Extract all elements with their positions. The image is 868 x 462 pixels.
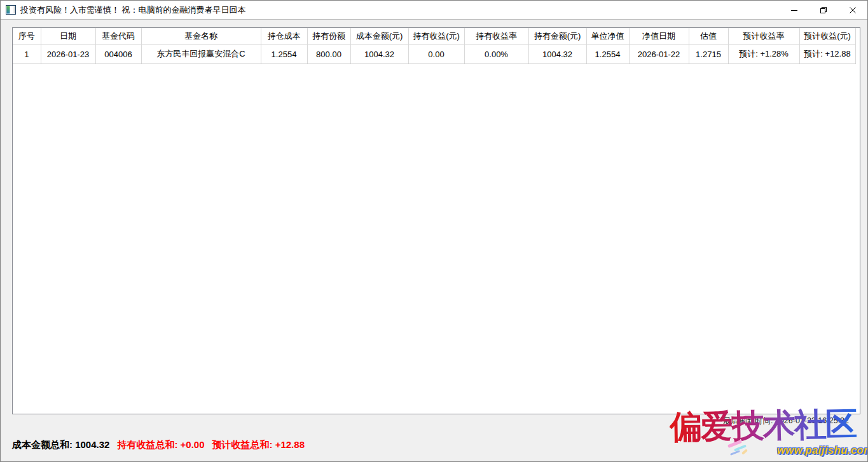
fund-grid-panel: 序号 日期 基金代码 基金名称 持仓成本 持有份额 成本金额(元) 持有收益(元… xyxy=(12,27,860,414)
header-cost-price[interactable]: 持仓成本 xyxy=(261,28,307,44)
header-shares-held[interactable]: 持有份额 xyxy=(307,28,350,44)
cell-estimated-profit-rate[interactable]: 预计: +1.28% xyxy=(728,44,799,64)
cell-date[interactable]: 2026-01-23 xyxy=(41,44,95,64)
cost-total: 成本金额总和: 1004.32 xyxy=(12,439,109,451)
header-nav-date[interactable]: 净值日期 xyxy=(629,28,689,44)
cell-cost-amount[interactable]: 1004.32 xyxy=(350,44,408,64)
cell-fund-code[interactable]: 004006 xyxy=(95,44,141,64)
totals-summary: 成本金额总和: 1004.32 持有收益总和: +0.00 预计收益总和: +1… xyxy=(12,439,305,451)
window-title: 投资有风险！入市需谨慎！ 祝：电脑前的金融消费者早日回本 xyxy=(20,4,246,16)
header-estimated-profit[interactable]: 预计收益(元) xyxy=(799,28,855,44)
title-bar[interactable]: 投资有风险！入市需谨慎！ 祝：电脑前的金融消费者早日回本 xyxy=(1,1,867,20)
app-icon[interactable] xyxy=(6,5,16,15)
close-icon xyxy=(849,6,857,14)
cell-unit-nav[interactable]: 1.2554 xyxy=(586,44,629,64)
header-holding-profit[interactable]: 持有收益(元) xyxy=(408,28,464,44)
cell-fund-name[interactable]: 东方民丰回报赢安混合C xyxy=(141,44,261,64)
estimated-profit-total: 预计收益总和: +12.88 xyxy=(212,439,305,451)
fund-table: 序号 日期 基金代码 基金名称 持仓成本 持有份额 成本金额(元) 持有收益(元… xyxy=(13,28,856,64)
minimize-icon xyxy=(790,6,798,14)
window-controls xyxy=(780,1,867,19)
cell-holding-amount[interactable]: 1004.32 xyxy=(528,44,586,64)
cell-cost-price[interactable]: 1.2554 xyxy=(261,44,307,64)
holding-profit-total: 持有收益总和: +0.00 xyxy=(117,439,204,451)
cell-holding-profit-rate[interactable]: 0.00% xyxy=(464,44,528,64)
header-estimated-profit-rate[interactable]: 预计收益率 xyxy=(728,28,799,44)
cell-shares-held[interactable]: 800.00 xyxy=(307,44,350,64)
header-fund-code[interactable]: 基金代码 xyxy=(95,28,141,44)
sparkle-streak-icon xyxy=(741,449,748,454)
cell-estimated-nav[interactable]: 1.2715 xyxy=(689,44,728,64)
header-row: 序号 日期 基金代码 基金名称 持仓成本 持有份额 成本金额(元) 持有收益(元… xyxy=(13,28,855,44)
watermark-url: www.paijishu.com xyxy=(777,444,868,456)
minimize-button[interactable] xyxy=(780,1,809,19)
table-row[interactable]: 1 2026-01-23 004006 东方民丰回报赢安混合C 1.2554 8… xyxy=(13,44,855,64)
header-index[interactable]: 序号 xyxy=(13,28,41,44)
header-estimated-nav[interactable]: 估值 xyxy=(689,28,728,44)
header-cost-amount[interactable]: 成本金额(元) xyxy=(350,28,408,44)
header-holding-profit-rate[interactable]: 持有收益率 xyxy=(464,28,528,44)
header-unit-nav[interactable]: 单位净值 xyxy=(586,28,629,44)
restore-button[interactable] xyxy=(809,1,838,19)
app-window: 投资有风险！入市需谨慎！ 祝：电脑前的金融消费者早日回本 序 xyxy=(0,0,868,462)
close-button[interactable] xyxy=(838,1,867,19)
cell-holding-profit[interactable]: 0.00 xyxy=(408,44,464,64)
watermark-text: 偏爱技术社区 xyxy=(670,405,857,446)
cell-estimated-profit[interactable]: 预计: +12.88 xyxy=(799,44,855,64)
restore-icon xyxy=(820,6,827,14)
cell-nav-date[interactable]: 2026-01-22 xyxy=(629,44,689,64)
header-holding-amount[interactable]: 持有金额(元) xyxy=(528,28,586,44)
header-date[interactable]: 日期 xyxy=(41,28,95,44)
header-fund-name[interactable]: 基金名称 xyxy=(141,28,261,44)
cell-index[interactable]: 1 xyxy=(13,44,41,64)
